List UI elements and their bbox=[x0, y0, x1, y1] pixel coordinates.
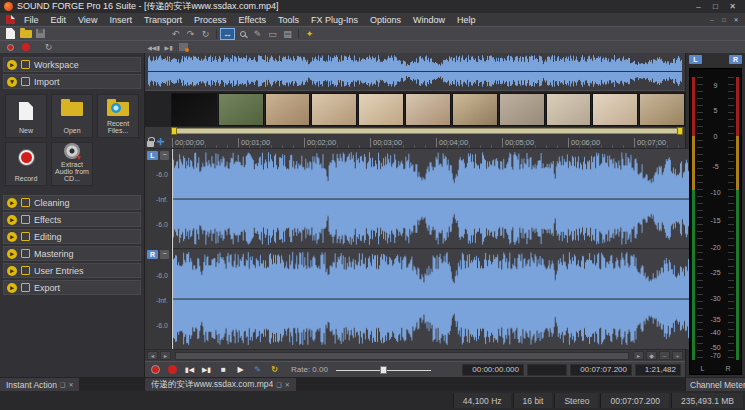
scroll-right-button[interactable]: ▸ bbox=[160, 351, 171, 360]
chevron-right-icon[interactable]: ▸ bbox=[7, 232, 17, 242]
video-thumbnail[interactable] bbox=[405, 93, 451, 126]
rate-slider-handle[interactable] bbox=[380, 366, 387, 374]
loop-region-bar[interactable] bbox=[145, 127, 685, 136]
sidebar-section-import[interactable]: ▾Import bbox=[3, 74, 141, 89]
video-thumbnail[interactable] bbox=[171, 93, 217, 126]
selection-readout[interactable] bbox=[527, 364, 567, 376]
menu-fx-plug-ins[interactable]: FX Plug-Ins bbox=[305, 15, 364, 25]
chevron-right-icon[interactable]: ▸ bbox=[7, 249, 17, 259]
video-thumbnail[interactable] bbox=[592, 93, 638, 126]
chevron-right-icon[interactable]: ▸ bbox=[7, 283, 17, 293]
import-action-new[interactable]: New bbox=[5, 94, 47, 138]
record-arm-button[interactable] bbox=[149, 364, 162, 376]
menu-insert[interactable]: Insert bbox=[103, 15, 138, 25]
menu-file[interactable]: File bbox=[18, 15, 45, 25]
end-readout[interactable]: 00:07:07.200 bbox=[570, 364, 632, 376]
scrollbar-thumb[interactable] bbox=[175, 352, 629, 360]
sidebar-section-effects[interactable]: ▸Effects bbox=[3, 212, 141, 227]
chevron-right-icon[interactable]: ▸ bbox=[7, 215, 17, 225]
loop-start-handle[interactable] bbox=[171, 127, 177, 135]
time-ruler[interactable]: ✛ 00:00:0000:01:0000:02:0000:03:0000:04:… bbox=[145, 136, 685, 149]
sidebar-section-export[interactable]: ▸Export bbox=[3, 280, 141, 295]
menu-tools[interactable]: Tools bbox=[272, 15, 305, 25]
import-action-extract-audio-from-cd-[interactable]: Extract Audio from CD... bbox=[51, 142, 93, 186]
loop-playback-button[interactable]: ↻ bbox=[268, 364, 281, 376]
doc-tab-close-icon[interactable]: ✕ bbox=[285, 381, 290, 388]
menu-effects[interactable]: Effects bbox=[233, 15, 272, 25]
play-button[interactable]: ▶ bbox=[234, 364, 247, 376]
channel-meters-tab[interactable]: Channel Meters ❑ bbox=[686, 378, 745, 391]
go-to-end-button[interactable]: ▶▮ bbox=[200, 364, 213, 376]
go-to-start-button[interactable]: ▮◀ bbox=[183, 364, 196, 376]
sidebar-section-mastering[interactable]: ▸Mastering bbox=[3, 246, 141, 261]
rate-slider[interactable] bbox=[336, 365, 431, 375]
panel-close-icon[interactable]: ✕ bbox=[68, 381, 73, 388]
overview-waveform[interactable] bbox=[145, 53, 685, 90]
menu-view[interactable]: View bbox=[72, 15, 103, 25]
lock-icon[interactable] bbox=[147, 141, 154, 147]
right-channel-minimize[interactable]: − bbox=[160, 250, 169, 259]
position-readout[interactable]: 00:00:00.000 bbox=[462, 364, 524, 376]
video-strip[interactable] bbox=[145, 91, 685, 127]
chevron-right-icon[interactable]: ▸ bbox=[7, 198, 17, 208]
zoom-selection-button[interactable]: ◆ bbox=[646, 351, 657, 360]
redo-button[interactable]: ↷ bbox=[183, 28, 198, 40]
menu-options[interactable]: Options bbox=[364, 15, 407, 25]
repeat-button[interactable]: ↻ bbox=[198, 28, 213, 40]
pan-crosshair-icon[interactable]: ✛ bbox=[157, 137, 165, 148]
video-thumbnail[interactable] bbox=[639, 93, 685, 126]
sidebar-section-editing[interactable]: ▸Editing bbox=[3, 229, 141, 244]
minimize-button[interactable]: – bbox=[690, 1, 707, 13]
close-button[interactable]: ✕ bbox=[724, 1, 741, 13]
doc-minimize-button[interactable]: – bbox=[706, 15, 718, 25]
undo-button[interactable]: ↶ bbox=[168, 28, 183, 40]
import-action-open[interactable]: Open bbox=[51, 94, 93, 138]
sidebar-section-workspace[interactable]: ▸Workspace bbox=[3, 57, 141, 72]
import-action-recent-files-[interactable]: Recent Files... bbox=[97, 94, 139, 138]
record-arm-button[interactable] bbox=[3, 41, 18, 53]
maximize-button[interactable]: □ bbox=[707, 1, 724, 13]
stop-button[interactable]: ■ bbox=[217, 364, 230, 376]
chevron-right-icon[interactable]: ▸ bbox=[7, 60, 17, 70]
import-action-record[interactable]: Record bbox=[5, 142, 47, 186]
horizontal-scrollbar[interactable]: ◂ ▸ ▸ ◆ − + bbox=[145, 349, 685, 361]
envelope-tool-button[interactable]: ▭ bbox=[265, 28, 280, 40]
loop-playback-button[interactable]: ↻ bbox=[41, 41, 56, 53]
menu-window[interactable]: Window bbox=[407, 15, 451, 25]
go-to-end-button[interactable]: ▶▮ bbox=[161, 41, 176, 53]
scrub-edit-button[interactable]: ✎ bbox=[251, 364, 264, 376]
video-thumbnail[interactable] bbox=[311, 93, 357, 126]
left-channel-minimize[interactable]: − bbox=[160, 151, 169, 160]
open-file-button[interactable] bbox=[18, 28, 33, 40]
chevron-right-icon[interactable]: ▸ bbox=[7, 266, 17, 276]
menu-transport[interactable]: Transport bbox=[138, 15, 188, 25]
sidebar-section-user-entries[interactable]: ▸User Entries bbox=[3, 263, 141, 278]
record-button[interactable] bbox=[166, 364, 179, 376]
loop-end-handle[interactable] bbox=[677, 127, 683, 135]
right-channel-badge[interactable]: R bbox=[147, 250, 158, 259]
new-file-button[interactable] bbox=[3, 28, 18, 40]
insert-marker-button[interactable] bbox=[176, 41, 191, 53]
meter-right-badge[interactable]: R bbox=[729, 55, 742, 64]
video-thumbnail[interactable] bbox=[265, 93, 311, 126]
scroll-left-button[interactable]: ◂ bbox=[147, 351, 158, 360]
length-readout[interactable]: 1:21,482 bbox=[635, 364, 681, 376]
go-to-start-button[interactable]: ◀◀▮ bbox=[146, 41, 161, 53]
video-thumbnail[interactable] bbox=[218, 93, 264, 126]
chevron-down-icon[interactable]: ▾ bbox=[7, 77, 17, 87]
video-thumbnail[interactable] bbox=[546, 93, 592, 126]
record-button[interactable] bbox=[18, 41, 33, 53]
meter-display[interactable]: L R 950-5-10-15-20-25-30-35-40-50-70 bbox=[689, 68, 742, 375]
document-tab[interactable]: 传递的安详www.ssdax.com.mp4 ❑ ✕ bbox=[145, 378, 296, 391]
save-file-button[interactable] bbox=[33, 28, 48, 40]
left-channel-badge[interactable]: L bbox=[147, 151, 158, 160]
menu-edit[interactable]: Edit bbox=[45, 15, 73, 25]
loop-region[interactable] bbox=[172, 128, 682, 134]
doc-close-button[interactable]: ✕ bbox=[730, 15, 742, 25]
zoom-out-button[interactable]: − bbox=[659, 351, 670, 360]
normal-edit-tool-button[interactable]: ↔ bbox=[220, 28, 235, 40]
video-thumbnail[interactable] bbox=[499, 93, 545, 126]
waveform-area[interactable]: L − R − -6.0-Inf.-6.0-6.0-Inf.-6.0 bbox=[145, 149, 685, 349]
video-thumbnail[interactable] bbox=[358, 93, 404, 126]
video-thumbnail[interactable] bbox=[452, 93, 498, 126]
